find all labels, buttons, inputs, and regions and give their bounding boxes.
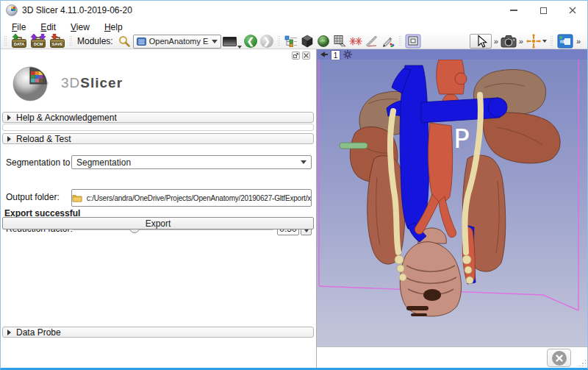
menu-bar: File Edit View Help — [1, 20, 587, 34]
ruler-button[interactable] — [365, 34, 379, 49]
menu-edit[interactable]: Edit — [33, 22, 63, 32]
crosshair-icon — [526, 34, 542, 49]
minimize-icon — [510, 10, 517, 11]
collapsed-arrow-icon — [7, 136, 11, 142]
toolbar-extender[interactable]: » — [576, 37, 581, 46]
back-arrow-icon: ❮ — [244, 35, 257, 48]
volume-rendering-button[interactable] — [300, 34, 315, 49]
forward-arrow-icon: ❯ — [260, 35, 273, 48]
mouse-interaction-mode-button[interactable] — [470, 34, 492, 49]
resize-grip[interactable] — [578, 359, 586, 366]
menu-file[interactable]: File — [4, 22, 33, 32]
help-section-label: Help & Acknowledgement — [16, 113, 117, 123]
collapsed-arrow-icon — [7, 115, 11, 121]
data-probe-label: Data Probe — [16, 327, 61, 338]
data-probe-section[interactable]: Data Probe — [2, 327, 314, 338]
module-history-button[interactable] — [284, 34, 298, 49]
window-title: 3D Slicer 4.11.0-2019-06-20 — [22, 5, 132, 15]
ruler-icon — [366, 35, 378, 47]
app-icon — [6, 4, 18, 16]
module-icon — [137, 37, 146, 46]
view-controls-icon[interactable] — [343, 49, 353, 60]
module-list-icon — [284, 35, 298, 47]
toolbar-grip — [69, 36, 73, 47]
capture-view-button[interactable] — [501, 34, 517, 49]
svg-text:DATA: DATA — [14, 42, 25, 46]
toolbar-extender[interactable]: » — [493, 37, 499, 46]
chevron-down-icon — [237, 46, 242, 49]
undock-panel-button[interactable] — [292, 51, 300, 60]
marker-arrow-mesh — [340, 143, 368, 149]
chevron-down-icon — [542, 40, 547, 43]
export-button[interactable]: Export — [2, 217, 314, 230]
close-notification-button[interactable] — [547, 349, 571, 367]
extensions-manager-button[interactable] — [556, 34, 574, 49]
fiducial-points-icon — [349, 36, 362, 46]
application-window: 3D Slicer 4.11.0-2019-06-20 File Edit Vi… — [0, 0, 588, 370]
output-folder-path: c:/Users/andra/OneDrive/Projects/OpenAna… — [87, 194, 311, 202]
chevron-down-icon — [212, 40, 218, 43]
models-button[interactable] — [316, 34, 331, 49]
history-forward-button[interactable]: ❯ — [259, 34, 274, 49]
help-acknowledgement-section[interactable]: Help & Acknowledgement — [2, 112, 314, 123]
threed-view-header: 1 — [317, 49, 587, 60]
pencil-icon — [381, 35, 395, 47]
threed-canvas[interactable]: P — [317, 60, 587, 346]
crosshair-button[interactable] — [526, 34, 547, 49]
collapsed-content-strip — [2, 124, 314, 131]
spin-down-icon[interactable] — [304, 230, 309, 232]
module-selector-value: OpenAnatomy Export — [149, 37, 209, 46]
toolbar-extender[interactable]: » — [518, 37, 524, 46]
close-panel-button[interactable] — [302, 51, 310, 60]
toolbar-grip — [398, 36, 402, 47]
toolbar-grip — [550, 36, 553, 47]
threed-view: 1 — [317, 49, 587, 346]
module-search-button[interactable] — [117, 34, 132, 49]
extensions-icon — [556, 34, 574, 49]
slicer-logo-icon — [8, 63, 55, 104]
svg-text:SAVE: SAVE — [52, 42, 63, 46]
camera-icon — [501, 35, 517, 48]
screenshot-icon — [405, 34, 421, 49]
layout-icon — [223, 37, 237, 46]
grid-cube-icon — [333, 35, 346, 48]
reload-section-label: Reload & Test — [16, 134, 71, 144]
save-button[interactable]: SAVE — [49, 34, 66, 49]
maximize-icon — [540, 7, 547, 14]
transforms-button[interactable] — [332, 34, 347, 49]
main-toolbar: DATA DCM SAVE Modules: — [1, 34, 587, 49]
screenshot-button[interactable] — [405, 34, 421, 49]
module-panel: 3DSlicer Help & Acknowledgement Reload &… — [1, 49, 317, 346]
history-back-button[interactable]: ❮ — [243, 34, 258, 49]
view-label-tab[interactable]: 1 — [331, 50, 340, 60]
title-bar: 3D Slicer 4.11.0-2019-06-20 — [1, 1, 587, 20]
logo-slicer: Slicer — [80, 75, 123, 90]
maximize-button[interactable] — [528, 1, 558, 20]
menu-help[interactable]: Help — [97, 22, 130, 32]
search-icon — [118, 35, 130, 47]
status-strip-left — [1, 346, 317, 368]
annotations-button[interactable] — [381, 34, 395, 49]
menu-view[interactable]: View — [63, 22, 97, 32]
status-strip-right — [317, 346, 587, 368]
toolbar-grip — [277, 36, 281, 47]
module-selector[interactable]: OpenAnatomy Export — [133, 35, 221, 49]
green-sphere-icon — [317, 35, 330, 48]
orientation-label: P — [453, 124, 470, 154]
layout-selector-button[interactable] — [223, 34, 242, 49]
anatomy-model: P — [317, 60, 587, 346]
close-icon — [556, 355, 563, 362]
close-circle-icon — [552, 351, 567, 366]
load-dicom-button[interactable]: DCM — [29, 34, 47, 49]
load-data-button[interactable]: DATA — [10, 34, 28, 49]
close-button[interactable] — [558, 1, 587, 20]
toolbar-grip — [4, 36, 7, 47]
segmentation-selector[interactable]: Segmentation — [71, 155, 312, 169]
minimize-button[interactable] — [499, 1, 528, 20]
status-strip — [1, 346, 587, 368]
output-folder-button[interactable]: c:/Users/andra/OneDrive/Projects/OpenAna… — [71, 189, 312, 207]
pin-icon[interactable] — [320, 50, 329, 59]
reload-test-section[interactable]: Reload & Test — [2, 133, 314, 144]
close-icon — [304, 53, 309, 58]
markups-button[interactable] — [348, 34, 363, 49]
